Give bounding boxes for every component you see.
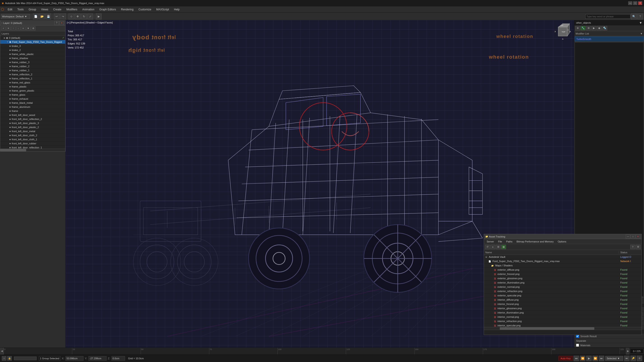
- asset-menu-bitmap-perf[interactable]: Bitmap Performance and Memory: [515, 240, 555, 243]
- layer-item-fldrefl2[interactable]: ◈ front_left_door_reflection_2: [0, 117, 65, 121]
- layer-new-btn[interactable]: +: [1, 26, 6, 30]
- layer-item-brake3[interactable]: ◈ brake_3: [0, 44, 65, 48]
- y-field[interactable]: -27.299cm: [88, 356, 106, 361]
- layer-sort-btn[interactable]: ≡: [21, 26, 26, 30]
- rp-create-mode-btn[interactable]: ⊕: [575, 26, 580, 30]
- asset-window-minimize[interactable]: —: [626, 235, 630, 239]
- layer-move-btn[interactable]: ↑: [11, 26, 16, 30]
- layer-item-fldplastic3[interactable]: ◈ front_left_door_plastic_3: [0, 121, 65, 125]
- save-file-button[interactable]: 💾: [45, 13, 51, 19]
- workspace-dropdown[interactable]: Workspace: Default ▼: [1, 14, 30, 19]
- asset-tree-btn[interactable]: ⊞: [496, 245, 501, 249]
- asset-row-int-illumination[interactable]: 🖼 interior_illumination.png Found: [484, 311, 642, 315]
- layer-item-fldplastic2[interactable]: ◈ front_left_door_plastic_2: [0, 125, 65, 129]
- rp-modify-mode-btn[interactable]: 🔧: [580, 26, 586, 30]
- asset-row-ext-normal[interactable]: 🖼 exterior_normal.png Found: [484, 285, 642, 289]
- asset-list-btn[interactable]: ≡: [490, 245, 495, 249]
- minimize-button[interactable]: —: [628, 1, 632, 5]
- asset-menu-paths[interactable]: Paths: [504, 240, 514, 243]
- asset-row-ext-illumination[interactable]: 🖼 exterior_illumination.png Found: [484, 281, 642, 285]
- frame-slider[interactable]: [14, 357, 36, 360]
- asset-row-int-fresnel[interactable]: 🖼 interior_fresnel.png Found: [484, 302, 642, 306]
- sb-extra-btn1[interactable]: ⏭: [624, 356, 630, 361]
- layer-item-fldcloth1[interactable]: ◈ front_left_door_cloth_1: [0, 137, 65, 141]
- render-button[interactable]: ▶: [96, 13, 102, 19]
- layer-item-rubber1[interactable]: ◈ frame_rubber_1: [0, 68, 65, 72]
- layer-item-redglass[interactable]: ◈ frame_red_glass: [0, 80, 65, 85]
- z-field[interactable]: 0.0cm: [112, 356, 125, 361]
- menu-tools[interactable]: Tools: [15, 7, 26, 12]
- asset-row-ext-specular[interactable]: 🖼 exterior_specular.png Found: [484, 294, 642, 298]
- menu-animation[interactable]: Animation: [80, 7, 96, 12]
- layer-item-fldcloth2[interactable]: ◈ front_left_door_cloth_2: [0, 133, 65, 137]
- sb-extra-btn2[interactable]: 🔑: [630, 356, 636, 361]
- asset-row-vault[interactable]: 🏛 Autodesk Vault Logged O: [484, 255, 642, 259]
- asset-row-ford-file[interactable]: 📄 Ford_Super_Duty_F550_Two_Doors_Rigged_…: [484, 259, 642, 263]
- asset-row-int-diffuse[interactable]: 🖼 interior_diffuse.png Found: [484, 298, 642, 302]
- layer-delete-btn[interactable]: ✕: [6, 26, 10, 30]
- menu-rendering[interactable]: Rendering: [119, 7, 136, 12]
- layer-item-fldrubber[interactable]: ◈ front_left_door_rubber: [0, 141, 65, 145]
- menu-customize[interactable]: Customize: [136, 7, 154, 12]
- sb-icon2[interactable]: 🔒: [7, 356, 12, 361]
- layer-item-rubber3[interactable]: ◈ frame_rubber_3: [0, 60, 65, 64]
- layer-move-down-btn[interactable]: ↓: [16, 26, 20, 30]
- rotate-button[interactable]: ↻: [81, 13, 87, 19]
- asset-settings-btn[interactable]: ⚙: [636, 245, 640, 249]
- menu-maxscript[interactable]: MAXScript: [154, 7, 171, 12]
- layer-item-shadow[interactable]: ◈ frame_shadow: [0, 56, 65, 60]
- layer-item-ford[interactable]: ▼ ▦ Ford_Super_Duty_F550_Two_Doors_Rigge…: [0, 40, 65, 44]
- layer-item-greenplastic[interactable]: ◈ frame_green_plastic: [0, 89, 65, 93]
- select-button[interactable]: ⊹: [68, 13, 74, 19]
- x-field[interactable]: 53.996cm: [66, 356, 84, 361]
- go-start-btn[interactable]: ⏮: [574, 356, 579, 361]
- sb-extra-btn3[interactable]: ⚙: [637, 356, 642, 361]
- selected-dropdown[interactable]: Selected ▼: [605, 356, 623, 361]
- menu-views[interactable]: Views: [39, 7, 50, 12]
- timeline-track[interactable]: 0 25 50 75 100 125 150 175 200 225: [4, 348, 626, 354]
- layer-item-refl1[interactable]: ◈ frame_reflection_1: [0, 76, 65, 80]
- menu-group[interactable]: Group: [26, 7, 38, 12]
- layer-filter-btn[interactable]: ▼: [26, 26, 30, 30]
- menu-modifiers[interactable]: Modifiers: [64, 7, 80, 12]
- asset-help-btn[interactable]: ?: [630, 245, 635, 249]
- layer-item-glass[interactable]: ◈ frame_glass: [0, 93, 65, 97]
- layer-item-refl2[interactable]: ◈ frame_reflection_2: [0, 72, 65, 76]
- redo-button[interactable]: ↪: [60, 13, 66, 19]
- asset-row-maps-folder[interactable]: 📁 Maps / Shaders: [484, 263, 642, 268]
- timeline-scroll-right[interactable]: ▶: [626, 348, 630, 355]
- rp-utilities-btn[interactable]: 🔩: [602, 26, 607, 30]
- layer-item-default[interactable]: ▶ ▦ 0 (default) ✓: [0, 36, 65, 40]
- next-frame-btn[interactable]: ⏩: [592, 356, 598, 361]
- layer-item-plastic[interactable]: ◈ frame_plastic: [0, 85, 65, 89]
- asset-horizontal-scrollbar[interactable]: [484, 327, 642, 330]
- asset-menu-options[interactable]: Options: [556, 240, 568, 243]
- layer-item-brake2[interactable]: ◈ brake_2: [0, 48, 65, 52]
- rp-smooth-result-check[interactable]: [576, 335, 579, 338]
- layer-item-frame[interactable]: ◈ frame: [0, 109, 65, 113]
- asset-row-ext-glossines[interactable]: 🖼 exterior_glossines.png Found: [484, 276, 642, 281]
- new-scene-button[interactable]: 📄: [33, 13, 38, 19]
- asset-row-ext-refraction[interactable]: 🖼 exterior_refraction.png Found: [484, 289, 642, 294]
- search-box[interactable]: Type key word or phrase: [585, 14, 630, 19]
- open-file-button[interactable]: 📂: [39, 13, 45, 19]
- menu-help[interactable]: Help: [172, 7, 182, 12]
- auto-key-button[interactable]: Auto Key: [558, 356, 573, 361]
- undo-button[interactable]: ↩: [54, 13, 60, 19]
- search-button[interactable]: 🔍: [631, 13, 637, 19]
- asset-window-close[interactable]: ✕: [636, 235, 640, 239]
- asset-window-maximize[interactable]: □: [631, 235, 635, 239]
- layer-item-aluminum[interactable]: ◈ frame_aluminum: [0, 105, 65, 109]
- asset-row-ext-diffuse[interactable]: 🖼 exterior_diffuse.png Found: [484, 268, 642, 272]
- menu-graph-editors[interactable]: Graph Editors: [97, 7, 118, 12]
- close-button[interactable]: ✕: [638, 1, 642, 5]
- rp-turbosmooth-item[interactable]: TurboSmooth: [575, 36, 644, 41]
- asset-row-ext-fresnel[interactable]: 🖼 exterior_fresnel.png Found: [484, 272, 642, 276]
- play-btn[interactable]: ▶: [586, 356, 592, 361]
- maximize-button[interactable]: □: [633, 1, 637, 5]
- rp-hierarchy-btn[interactable]: ⊞: [586, 26, 591, 30]
- asset-detail-btn[interactable]: ▦: [501, 245, 506, 249]
- menu-edit[interactable]: Edit: [6, 7, 15, 12]
- layer-item-blackmetal[interactable]: ◈ frame_black_metal: [0, 101, 65, 105]
- layer-scrollbar[interactable]: [0, 149, 65, 151]
